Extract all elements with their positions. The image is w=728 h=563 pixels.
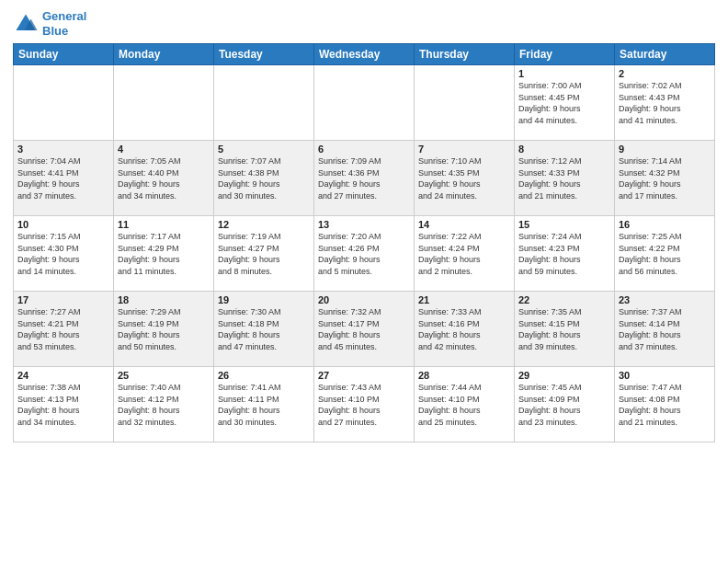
weekday-header: Tuesday <box>214 44 314 65</box>
day-number: 3 <box>17 144 109 155</box>
day-info: Sunrise: 7:45 AM Sunset: 4:09 PM Dayligh… <box>518 382 610 428</box>
calendar-cell: 30Sunrise: 7:47 AM Sunset: 4:08 PM Dayli… <box>615 367 715 442</box>
day-info: Sunrise: 7:07 AM Sunset: 4:38 PM Dayligh… <box>218 155 310 201</box>
day-number: 5 <box>218 144 310 155</box>
calendar-cell: 4Sunrise: 7:05 AM Sunset: 4:40 PM Daylig… <box>114 141 214 216</box>
day-number: 20 <box>318 294 410 305</box>
calendar-cell: 20Sunrise: 7:32 AM Sunset: 4:17 PM Dayli… <box>314 292 415 367</box>
calendar-cell: 23Sunrise: 7:37 AM Sunset: 4:14 PM Dayli… <box>615 292 715 367</box>
calendar-cell: 14Sunrise: 7:22 AM Sunset: 4:24 PM Dayli… <box>415 216 515 292</box>
day-number: 7 <box>418 144 510 155</box>
calendar: SundayMondayTuesdayWednesdayThursdayFrid… <box>13 43 715 442</box>
day-number: 29 <box>518 370 610 381</box>
day-info: Sunrise: 7:12 AM Sunset: 4:33 PM Dayligh… <box>518 155 610 201</box>
day-info: Sunrise: 7:30 AM Sunset: 4:18 PM Dayligh… <box>218 306 310 352</box>
day-info: Sunrise: 7:33 AM Sunset: 4:16 PM Dayligh… <box>418 306 510 352</box>
day-info: Sunrise: 7:10 AM Sunset: 4:35 PM Dayligh… <box>418 155 510 201</box>
calendar-week-row: 17Sunrise: 7:27 AM Sunset: 4:21 PM Dayli… <box>14 292 715 367</box>
day-number: 21 <box>418 294 510 305</box>
calendar-cell <box>14 65 114 141</box>
day-number: 30 <box>619 370 711 381</box>
day-number: 4 <box>118 144 210 155</box>
day-number: 16 <box>619 219 711 230</box>
calendar-cell: 6Sunrise: 7:09 AM Sunset: 4:36 PM Daylig… <box>314 141 415 216</box>
day-number: 17 <box>17 294 109 305</box>
day-info: Sunrise: 7:04 AM Sunset: 4:41 PM Dayligh… <box>17 155 109 201</box>
day-info: Sunrise: 7:25 AM Sunset: 4:22 PM Dayligh… <box>619 231 711 277</box>
day-info: Sunrise: 7:41 AM Sunset: 4:11 PM Dayligh… <box>218 382 310 428</box>
weekday-header: Sunday <box>14 44 114 65</box>
day-number: 24 <box>17 370 109 381</box>
calendar-cell: 29Sunrise: 7:45 AM Sunset: 4:09 PM Dayli… <box>515 367 615 442</box>
day-number: 10 <box>17 219 109 230</box>
calendar-cell: 12Sunrise: 7:19 AM Sunset: 4:27 PM Dayli… <box>214 216 314 292</box>
calendar-cell <box>214 65 314 141</box>
day-number: 27 <box>318 370 410 381</box>
calendar-cell: 13Sunrise: 7:20 AM Sunset: 4:26 PM Dayli… <box>314 216 415 292</box>
day-info: Sunrise: 7:29 AM Sunset: 4:19 PM Dayligh… <box>118 306 210 352</box>
day-info: Sunrise: 7:32 AM Sunset: 4:17 PM Dayligh… <box>318 306 410 352</box>
day-number: 9 <box>619 144 711 155</box>
day-info: Sunrise: 7:44 AM Sunset: 4:10 PM Dayligh… <box>418 382 510 428</box>
day-number: 25 <box>118 370 210 381</box>
calendar-cell: 16Sunrise: 7:25 AM Sunset: 4:22 PM Dayli… <box>615 216 715 292</box>
weekday-header: Friday <box>515 44 615 65</box>
day-info: Sunrise: 7:22 AM Sunset: 4:24 PM Dayligh… <box>418 231 510 277</box>
day-number: 12 <box>218 219 310 230</box>
header: General Blue <box>13 9 715 38</box>
day-number: 13 <box>318 219 410 230</box>
day-info: Sunrise: 7:20 AM Sunset: 4:26 PM Dayligh… <box>318 231 410 277</box>
weekday-header: Monday <box>114 44 214 65</box>
day-info: Sunrise: 7:15 AM Sunset: 4:30 PM Dayligh… <box>17 231 109 277</box>
calendar-cell: 9Sunrise: 7:14 AM Sunset: 4:32 PM Daylig… <box>615 141 715 216</box>
calendar-cell <box>415 65 515 141</box>
calendar-week-row: 3Sunrise: 7:04 AM Sunset: 4:41 PM Daylig… <box>14 141 715 216</box>
day-number: 1 <box>518 68 610 79</box>
calendar-cell: 28Sunrise: 7:44 AM Sunset: 4:10 PM Dayli… <box>415 367 515 442</box>
day-info: Sunrise: 7:00 AM Sunset: 4:45 PM Dayligh… <box>518 80 610 126</box>
day-number: 23 <box>619 294 711 305</box>
day-info: Sunrise: 7:19 AM Sunset: 4:27 PM Dayligh… <box>218 231 310 277</box>
day-number: 19 <box>218 294 310 305</box>
calendar-cell: 2Sunrise: 7:02 AM Sunset: 4:43 PM Daylig… <box>615 65 715 141</box>
calendar-cell: 25Sunrise: 7:40 AM Sunset: 4:12 PM Dayli… <box>114 367 214 442</box>
calendar-cell <box>314 65 415 141</box>
day-info: Sunrise: 7:35 AM Sunset: 4:15 PM Dayligh… <box>518 306 610 352</box>
calendar-cell: 26Sunrise: 7:41 AM Sunset: 4:11 PM Dayli… <box>214 367 314 442</box>
day-info: Sunrise: 7:02 AM Sunset: 4:43 PM Dayligh… <box>619 80 711 126</box>
day-info: Sunrise: 7:24 AM Sunset: 4:23 PM Dayligh… <box>518 231 610 277</box>
day-info: Sunrise: 7:38 AM Sunset: 4:13 PM Dayligh… <box>17 382 109 428</box>
calendar-cell: 21Sunrise: 7:33 AM Sunset: 4:16 PM Dayli… <box>415 292 515 367</box>
calendar-cell: 3Sunrise: 7:04 AM Sunset: 4:41 PM Daylig… <box>14 141 114 216</box>
calendar-cell: 10Sunrise: 7:15 AM Sunset: 4:30 PM Dayli… <box>14 216 114 292</box>
page: General Blue SundayMondayTuesdayWednesda… <box>0 0 728 563</box>
calendar-cell: 19Sunrise: 7:30 AM Sunset: 4:18 PM Dayli… <box>214 292 314 367</box>
weekday-header: Saturday <box>615 44 715 65</box>
calendar-cell: 18Sunrise: 7:29 AM Sunset: 4:19 PM Dayli… <box>114 292 214 367</box>
weekday-header: Thursday <box>415 44 515 65</box>
day-info: Sunrise: 7:27 AM Sunset: 4:21 PM Dayligh… <box>17 306 109 352</box>
day-number: 11 <box>118 219 210 230</box>
day-info: Sunrise: 7:05 AM Sunset: 4:40 PM Dayligh… <box>118 155 210 201</box>
calendar-cell: 11Sunrise: 7:17 AM Sunset: 4:29 PM Dayli… <box>114 216 214 292</box>
calendar-week-row: 24Sunrise: 7:38 AM Sunset: 4:13 PM Dayli… <box>14 367 715 442</box>
day-number: 28 <box>418 370 510 381</box>
calendar-week-row: 1Sunrise: 7:00 AM Sunset: 4:45 PM Daylig… <box>14 65 715 141</box>
day-info: Sunrise: 7:09 AM Sunset: 4:36 PM Dayligh… <box>318 155 410 201</box>
day-info: Sunrise: 7:14 AM Sunset: 4:32 PM Dayligh… <box>619 155 711 201</box>
calendar-cell: 7Sunrise: 7:10 AM Sunset: 4:35 PM Daylig… <box>415 141 515 216</box>
day-number: 22 <box>518 294 610 305</box>
day-number: 2 <box>619 68 711 79</box>
logo-text: General Blue <box>42 9 86 38</box>
calendar-cell: 24Sunrise: 7:38 AM Sunset: 4:13 PM Dayli… <box>14 367 114 442</box>
day-number: 26 <box>218 370 310 381</box>
day-info: Sunrise: 7:40 AM Sunset: 4:12 PM Dayligh… <box>118 382 210 428</box>
day-number: 8 <box>518 144 610 155</box>
day-number: 15 <box>518 219 610 230</box>
calendar-cell: 22Sunrise: 7:35 AM Sunset: 4:15 PM Dayli… <box>515 292 615 367</box>
calendar-cell: 15Sunrise: 7:24 AM Sunset: 4:23 PM Dayli… <box>515 216 615 292</box>
day-number: 14 <box>418 219 510 230</box>
day-info: Sunrise: 7:47 AM Sunset: 4:08 PM Dayligh… <box>619 382 711 428</box>
day-number: 18 <box>118 294 210 305</box>
calendar-week-row: 10Sunrise: 7:15 AM Sunset: 4:30 PM Dayli… <box>14 216 715 292</box>
